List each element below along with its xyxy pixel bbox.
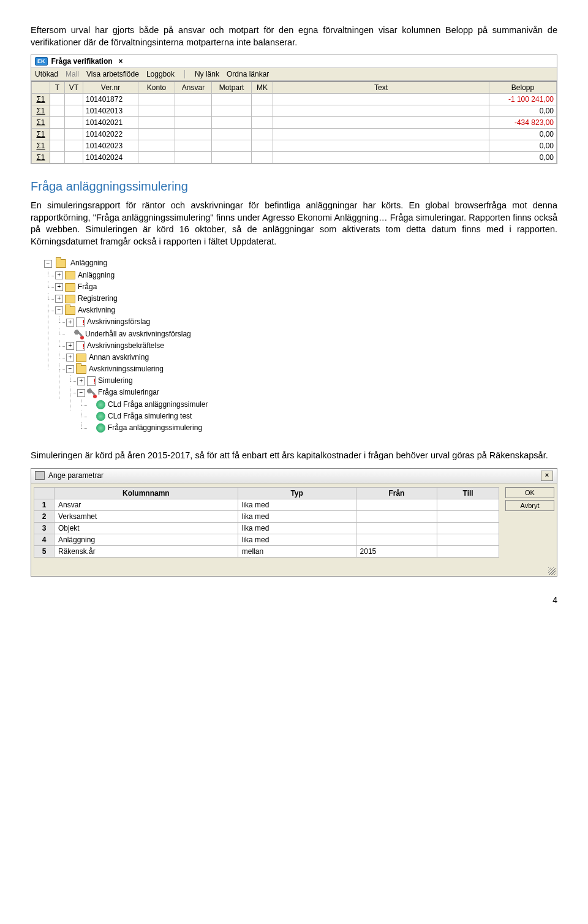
till-cell[interactable] [437,499,499,510]
fran-cell[interactable] [356,510,437,522]
resize-handle-icon[interactable] [548,567,556,575]
expand-icon[interactable]: + [66,354,74,362]
collapse-icon[interactable]: − [77,389,85,397]
tree-anlaggning-root[interactable]: − Anläggning +Anläggning +Fråga +Registr… [44,257,266,434]
expand-icon[interactable]: + [55,271,63,279]
t-cell[interactable] [50,140,65,152]
table-row[interactable]: Σ1101401872-1 100 241,00 [32,94,557,105]
konto-cell[interactable] [138,140,175,152]
text-cell[interactable] [273,117,489,129]
col-text[interactable]: Text [273,82,489,94]
text-cell[interactable] [273,152,489,164]
till-cell[interactable] [437,534,499,545]
till-cell[interactable] [437,545,499,557]
motpart-cell[interactable] [212,94,252,105]
konto-cell[interactable] [138,94,175,105]
text-cell[interactable] [273,94,489,105]
mk-cell[interactable] [252,152,273,164]
kolumnnamn-cell[interactable]: Räkensk.år [55,545,238,557]
t-cell[interactable] [50,94,65,105]
sigma-cell[interactable]: Σ1 [32,94,50,105]
tree-cld-fraga-simulering-test[interactable]: CLd Fråga simulering test [88,411,266,422]
mk-cell[interactable] [252,94,273,105]
vernr-cell[interactable]: 101402023 [83,140,138,152]
expand-icon[interactable]: + [55,295,63,303]
fran-cell[interactable] [356,499,437,510]
tree-avskrivningsbekraftelse[interactable]: +Avskrivningsbekräftelse [66,340,266,352]
belopp-cell[interactable]: -1 100 241,00 [489,94,557,105]
table-row[interactable]: Σ11014020240,00 [32,152,557,164]
col-fran[interactable]: Från [356,487,437,499]
belopp-cell[interactable]: 0,00 [489,152,557,164]
mk-cell[interactable] [252,129,273,140]
kolumnnamn-cell[interactable]: Anläggning [55,534,238,545]
table-row[interactable]: Σ11014020230,00 [32,140,557,152]
table-row[interactable]: Σ1101402021-434 823,00 [32,117,557,129]
toolbar-visa-arbetsflode[interactable]: Visa arbetsflöde [86,70,139,78]
sigma-cell[interactable]: Σ1 [32,152,50,164]
table-row[interactable]: Σ11014020220,00 [32,129,557,140]
collapse-icon[interactable]: − [44,260,52,268]
col-mk[interactable]: MK [252,82,273,94]
belopp-cell[interactable]: -434 823,00 [489,117,557,129]
t-cell[interactable] [50,152,65,164]
text-cell[interactable] [273,129,489,140]
sigma-cell[interactable]: Σ1 [32,105,50,117]
mk-cell[interactable] [252,117,273,129]
table-row[interactable]: 5Räkensk.årmellan2015 [34,545,499,557]
collapse-icon[interactable]: − [55,306,63,314]
till-cell[interactable] [437,522,499,534]
col-vernr[interactable]: Ver.nr [83,82,138,94]
tree-fraga-simuleringar[interactable]: −Fråga simuleringar CLd Fråga anläggning… [77,387,266,434]
kolumnnamn-cell[interactable]: Verksamhet [55,510,238,522]
toolbar-loggbok[interactable]: Loggbok [146,70,175,78]
t-cell[interactable] [50,129,65,140]
motpart-cell[interactable] [212,140,252,152]
vernr-cell[interactable]: 101402021 [83,117,138,129]
text-cell[interactable] [273,105,489,117]
tree-annan-avskrivning[interactable]: +Annan avskrivning [66,352,266,363]
expand-icon[interactable]: + [55,283,63,291]
fran-cell[interactable] [356,534,437,545]
vt-cell[interactable] [65,140,83,152]
typ-cell[interactable]: lika med [238,499,356,510]
toolbar-utokad[interactable]: Utökad [35,70,58,78]
ansvar-cell[interactable] [175,94,212,105]
expand-icon[interactable]: + [66,342,74,350]
tree-simulering[interactable]: +Simulering [77,375,266,387]
toolbar-ny-lank[interactable]: Ny länk [195,70,219,78]
col-t[interactable]: T [50,82,65,94]
vt-cell[interactable] [65,152,83,164]
sigma-cell[interactable]: Σ1 [32,129,50,140]
konto-cell[interactable] [138,117,175,129]
fran-cell[interactable]: 2015 [356,545,437,557]
sigma-cell[interactable]: Σ1 [32,140,50,152]
vernr-cell[interactable]: 101402022 [83,129,138,140]
tree-fraga[interactable]: +Fråga [55,281,266,293]
expand-icon[interactable]: + [66,319,74,327]
kolumnnamn-cell[interactable]: Ansvar [55,499,238,510]
text-cell[interactable] [273,140,489,152]
col-vt[interactable]: VT [65,82,83,94]
tree-avskrivning[interactable]: −Avskrivning +Avskrivningsförslag Underh… [55,305,266,434]
tree-anlaggning[interactable]: +Anläggning [55,270,266,281]
t-cell[interactable] [50,105,65,117]
ansvar-cell[interactable] [175,117,212,129]
kolumnnamn-cell[interactable]: Objekt [55,522,238,534]
sigma-cell[interactable]: Σ1 [32,117,50,129]
table-row[interactable]: 4Anläggninglika med [34,534,499,545]
t-cell[interactable] [50,117,65,129]
mk-cell[interactable] [252,140,273,152]
ansvar-cell[interactable] [175,129,212,140]
col-till[interactable]: Till [437,487,499,499]
konto-cell[interactable] [138,105,175,117]
col-ansvar[interactable]: Ansvar [175,82,212,94]
ansvar-cell[interactable] [175,152,212,164]
belopp-cell[interactable]: 0,00 [489,129,557,140]
mk-cell[interactable] [252,105,273,117]
typ-cell[interactable]: lika med [238,510,356,522]
belopp-cell[interactable]: 0,00 [489,105,557,117]
vt-cell[interactable] [65,129,83,140]
tree-cld-fraga-anlaggningssimuler[interactable]: CLd Fråga anläggningssimuler [88,399,266,411]
tree-fraga-anlaggningssimulering[interactable]: Fråga anläggningssimulering [88,422,266,434]
